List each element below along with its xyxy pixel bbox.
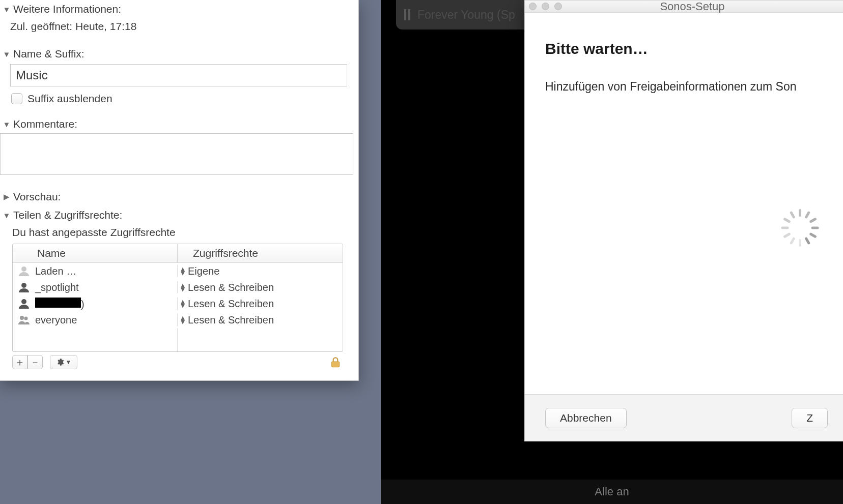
- permissions-message: Du hast angepasste Zugriffsrechte: [10, 224, 350, 244]
- section-more-info[interactable]: ▼ Weitere Informationen:: [0, 0, 358, 18]
- perm-name: ): [35, 298, 85, 310]
- cancel-button[interactable]: Abbrechen: [545, 408, 627, 428]
- stepper-icon[interactable]: ▴▾: [181, 283, 185, 291]
- stepper-icon[interactable]: ▴▾: [181, 267, 185, 275]
- spinner-icon: [784, 219, 813, 248]
- perm-name: _spotlight: [35, 282, 79, 293]
- cancel-label: Abbrechen: [560, 412, 612, 424]
- zoom-icon[interactable]: [554, 3, 562, 10]
- last-opened-value: Heute, 17:18: [75, 20, 136, 32]
- svg-point-0: [21, 266, 26, 272]
- section-more-label: Weitere Informationen:: [13, 3, 121, 15]
- chevron-down-icon: ▼: [2, 5, 11, 14]
- user-icon: [17, 281, 31, 293]
- sonos-setup-window: Sonos-Setup Bitte warten… Hinzufügen von…: [524, 0, 843, 441]
- section-preview-label: Vorschau:: [13, 191, 61, 203]
- last-opened-label: Zul. geöffnet:: [10, 20, 72, 32]
- section-comments-label: Kommentare:: [13, 118, 77, 130]
- perm-header-priv[interactable]: Zugriffsrechte: [178, 244, 343, 262]
- table-row[interactable]: _spotlight ▴▾ Lesen & Schreiben: [13, 279, 343, 295]
- filename-input[interactable]: [10, 64, 347, 86]
- permissions-table: Name Zugriffsrechte Laden … ▴▾ Eigene: [12, 244, 343, 352]
- chevron-down-icon: ▼: [2, 50, 11, 58]
- stepper-icon[interactable]: ▴▾: [181, 300, 185, 308]
- permissions-toolbar: ＋ － ▼: [12, 355, 347, 369]
- table-row[interactable]: everyone ▴▾ Lesen & Schreiben: [13, 312, 343, 328]
- remove-user-button[interactable]: －: [27, 355, 43, 369]
- chevron-down-icon: ▼: [2, 120, 11, 129]
- chevron-right-icon: ▶: [2, 192, 11, 201]
- now-playing-title: Forever Young (Sp: [417, 8, 515, 22]
- perm-name: everyone: [35, 314, 77, 326]
- section-name-suffix[interactable]: ▼ Name & Suffix:: [0, 45, 358, 63]
- hide-suffix-label: Suffix ausblenden: [27, 93, 113, 105]
- svg-point-1: [21, 283, 26, 288]
- gear-icon: [56, 358, 64, 366]
- sonos-titlebar[interactable]: Sonos-Setup: [525, 1, 843, 13]
- chevron-down-icon: ▼: [66, 359, 72, 366]
- perm-priv: Eigene: [188, 265, 219, 277]
- window-title: Sonos-Setup: [567, 0, 843, 13]
- perm-priv: Lesen & Schreiben: [188, 282, 274, 293]
- sonos-footer: Abbrechen Z: [525, 394, 843, 441]
- pause-icon[interactable]: [404, 9, 410, 20]
- minimize-icon[interactable]: [542, 3, 549, 10]
- perm-header-name[interactable]: Name: [13, 244, 178, 262]
- svg-rect-5: [331, 362, 339, 367]
- table-row[interactable]: Laden … ▴▾ Eigene: [13, 263, 343, 279]
- svg-point-2: [21, 299, 26, 304]
- perm-priv: Lesen & Schreiben: [188, 314, 274, 326]
- section-preview[interactable]: ▶ Vorschau:: [0, 188, 358, 206]
- close-icon[interactable]: [529, 3, 537, 10]
- comments-textarea[interactable]: [0, 133, 353, 175]
- sonos-message: Hinzufügen von Freigabeinformationen zum…: [545, 80, 828, 94]
- traffic-lights[interactable]: [529, 3, 562, 10]
- lock-icon[interactable]: [329, 355, 342, 369]
- next-label: Z: [806, 412, 813, 424]
- chevron-down-icon: ▼: [2, 211, 11, 220]
- group-icon: [17, 314, 31, 326]
- next-button[interactable]: Z: [792, 408, 828, 428]
- sonos-heading: Bitte warten…: [545, 40, 828, 57]
- perm-priv: Lesen & Schreiben: [188, 298, 274, 310]
- add-user-button[interactable]: ＋: [12, 355, 27, 369]
- action-menu-button[interactable]: ▼: [50, 355, 77, 369]
- user-icon: [17, 298, 31, 310]
- section-sharing[interactable]: ▼ Teilen & Zugriffsrechte:: [0, 206, 358, 224]
- perm-name: Laden …: [35, 265, 76, 277]
- section-sharing-label: Teilen & Zugriffsrechte:: [13, 209, 122, 221]
- get-info-window: ▼ Weitere Informationen: Zul. geöffnet: …: [0, 0, 359, 381]
- user-icon: [17, 265, 31, 277]
- stepper-icon[interactable]: ▴▾: [181, 316, 185, 324]
- section-comments[interactable]: ▼ Kommentare:: [0, 115, 358, 133]
- dark-footer-text: Alle an: [381, 480, 843, 504]
- svg-point-4: [24, 317, 28, 320]
- section-name-label: Name & Suffix:: [13, 48, 85, 60]
- table-row[interactable]: ) ▴▾ Lesen & Schreiben: [13, 295, 343, 312]
- hide-suffix-checkbox[interactable]: [11, 93, 22, 104]
- svg-point-3: [20, 316, 24, 320]
